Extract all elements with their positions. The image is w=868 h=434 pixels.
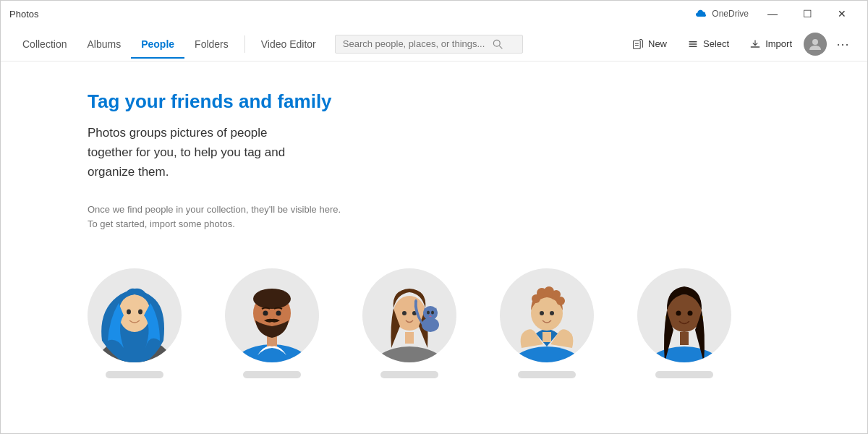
nav-video-editor[interactable]: Video Editor <box>251 30 326 59</box>
more-button[interactable]: ⋯ <box>830 31 856 57</box>
import-button[interactable]: Import <box>741 34 801 54</box>
person-item-4 <box>500 268 594 378</box>
import-label: Import <box>765 38 792 49</box>
nav-bar: Collection Albums People Folders Video E… <box>1 27 867 61</box>
search-icon <box>492 38 503 50</box>
svg-rect-6 <box>689 43 697 45</box>
person-svg-2 <box>225 268 319 362</box>
svg-point-17 <box>253 289 291 309</box>
svg-rect-42 <box>680 332 689 345</box>
svg-rect-32 <box>542 332 551 342</box>
svg-point-19 <box>276 311 281 316</box>
person-circle-3 <box>362 268 456 362</box>
svg-rect-7 <box>689 46 697 47</box>
import-icon <box>749 38 761 50</box>
person-label-2 <box>243 371 301 378</box>
svg-point-23 <box>402 311 407 315</box>
user-avatar[interactable] <box>804 33 827 56</box>
minimize-button[interactable]: — <box>756 3 789 25</box>
page-sub-description: Once we find people in your collection, … <box>88 203 780 233</box>
svg-rect-21 <box>405 332 414 344</box>
person-circle-1 <box>88 268 182 362</box>
svg-point-29 <box>427 311 430 315</box>
person-label-5 <box>655 371 713 378</box>
svg-rect-8 <box>751 46 760 48</box>
search-input[interactable] <box>343 38 488 49</box>
page-description: Photos groups pictures of peopletogether… <box>88 123 362 182</box>
svg-point-18 <box>263 311 268 316</box>
svg-point-39 <box>540 311 544 315</box>
app-title: Photos <box>9 9 38 20</box>
person-label-3 <box>380 371 438 378</box>
main-content: Tag your friends and family Photos group… <box>1 61 867 407</box>
avatar-icon <box>808 37 822 51</box>
svg-line-1 <box>499 46 502 48</box>
select-button[interactable]: Select <box>678 34 738 54</box>
person-svg-3 <box>362 268 456 362</box>
search-bar <box>335 35 523 54</box>
svg-point-30 <box>431 311 434 315</box>
person-svg-4 <box>500 268 594 362</box>
select-label: Select <box>703 38 729 49</box>
cloud-icon <box>696 8 707 20</box>
svg-point-12 <box>127 310 131 315</box>
svg-point-47 <box>688 311 693 316</box>
person-label-1 <box>106 371 163 378</box>
svg-point-9 <box>812 39 818 45</box>
person-item-2 <box>225 268 319 378</box>
title-bar: Photos OneDrive — ☐ ✕ <box>1 1 867 27</box>
svg-point-0 <box>493 40 500 46</box>
person-item-5 <box>637 268 731 378</box>
page-heading: Tag your friends and family <box>88 90 780 113</box>
title-bar-controls: OneDrive — ☐ ✕ <box>690 3 859 25</box>
close-button[interactable]: ✕ <box>825 3 859 25</box>
nav-collection[interactable]: Collection <box>12 30 77 59</box>
new-label: New <box>648 38 667 49</box>
nav-actions: New Select Import ⋯ <box>624 31 856 57</box>
people-row <box>88 261 780 378</box>
person-item-1 <box>88 268 182 378</box>
person-circle-4 <box>500 268 594 362</box>
new-icon <box>632 38 644 50</box>
new-button[interactable]: New <box>624 34 676 54</box>
svg-point-20 <box>367 346 451 362</box>
nav-folders[interactable]: Folders <box>184 30 239 59</box>
maximize-button[interactable]: ☐ <box>791 3 824 25</box>
person-svg-1 <box>88 268 182 362</box>
svg-point-46 <box>676 311 681 316</box>
svg-point-31 <box>505 346 589 362</box>
nav-albums[interactable]: Albums <box>77 30 131 59</box>
select-icon <box>687 38 699 50</box>
nav-divider <box>244 35 245 53</box>
person-svg-5 <box>637 268 731 362</box>
svg-point-38 <box>556 297 565 305</box>
person-item-3 <box>362 268 456 378</box>
person-label-4 <box>518 371 576 378</box>
person-circle-2 <box>225 268 319 362</box>
svg-rect-5 <box>689 41 697 43</box>
onedrive-button[interactable]: OneDrive <box>690 5 754 22</box>
nav-people[interactable]: People <box>131 30 184 59</box>
person-circle-5 <box>637 268 731 362</box>
svg-rect-2 <box>634 41 641 48</box>
svg-point-13 <box>138 310 142 315</box>
svg-point-40 <box>550 311 554 315</box>
svg-point-41 <box>641 346 728 362</box>
